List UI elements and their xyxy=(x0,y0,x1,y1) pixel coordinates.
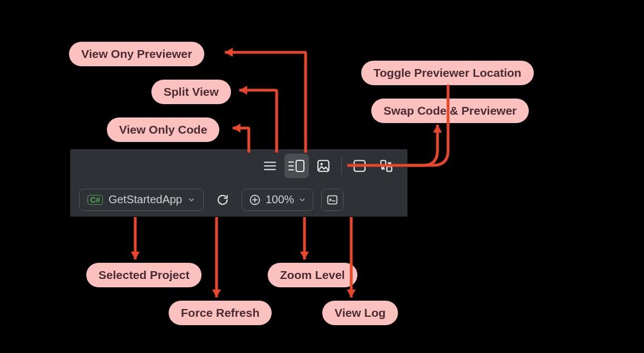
view-only-code-button[interactable] xyxy=(258,154,282,178)
zoom-value: 100% xyxy=(266,193,294,206)
zoom-selector[interactable]: 100% xyxy=(242,189,313,211)
svg-rect-0 xyxy=(296,160,304,171)
label-view-log: View Log xyxy=(322,301,398,325)
chevron-down-icon xyxy=(298,196,306,204)
svg-rect-8 xyxy=(328,195,337,204)
label-view-only-code: View Only Code xyxy=(107,117,219,142)
label-toggle-previewer-location: Toggle Previewer Location xyxy=(361,61,534,85)
split-view-button[interactable] xyxy=(284,154,309,178)
toggle-previewer-location-button[interactable] xyxy=(347,154,372,178)
project-selector[interactable]: C# GetStartedApp xyxy=(79,189,204,211)
label-zoom-level: Zoom Level xyxy=(268,263,357,287)
chevron-down-icon xyxy=(188,196,195,204)
separator xyxy=(341,158,342,174)
label-force-refresh: Force Refresh xyxy=(169,301,272,325)
view-log-button[interactable] xyxy=(321,189,343,211)
svg-marker-10 xyxy=(225,48,233,57)
bottom-row: C# GetStartedApp 100% xyxy=(70,183,407,217)
svg-marker-15 xyxy=(131,252,140,259)
previewer-toolbar: C# GetStartedApp 100% xyxy=(70,149,407,217)
swap-code-previewer-button[interactable] xyxy=(374,154,399,178)
svg-marker-13 xyxy=(433,125,442,133)
project-name: GetStartedApp xyxy=(109,193,182,206)
svg-rect-6 xyxy=(387,166,392,171)
label-view-only-previewer: View Ony Previewer xyxy=(69,42,204,66)
label-selected-project: Selected Project xyxy=(86,263,201,287)
label-swap-code-previewer: Swap Code & Previewer xyxy=(371,99,529,123)
svg-rect-5 xyxy=(381,160,386,165)
view-only-previewer-button[interactable] xyxy=(311,154,336,178)
svg-point-2 xyxy=(321,163,323,165)
svg-marker-17 xyxy=(212,290,221,297)
csharp-badge-icon: C# xyxy=(87,195,103,205)
top-row xyxy=(70,149,407,183)
svg-marker-21 xyxy=(347,290,356,297)
svg-marker-12 xyxy=(233,124,240,133)
label-split-view: Split View xyxy=(151,80,231,104)
plus-circle-icon xyxy=(249,194,261,206)
force-refresh-button[interactable] xyxy=(212,189,234,211)
svg-marker-11 xyxy=(239,86,247,95)
svg-marker-19 xyxy=(300,252,309,259)
